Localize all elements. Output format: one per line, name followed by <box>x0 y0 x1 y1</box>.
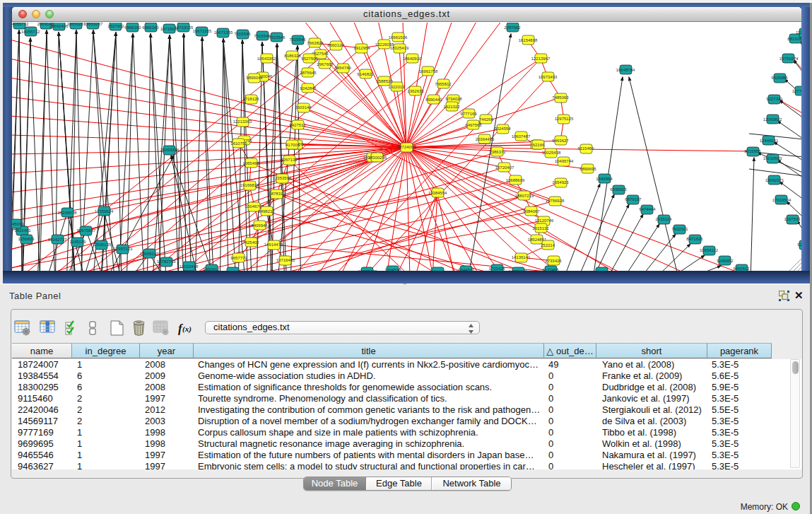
svg-text:3024554: 3024554 <box>494 127 511 131</box>
svg-text:16210663: 16210663 <box>763 156 782 160</box>
svg-text:10719155: 10719155 <box>175 25 194 30</box>
svg-text:8454749: 8454749 <box>334 66 351 70</box>
svg-text:26053346: 26053346 <box>160 148 180 152</box>
svg-text:7625402: 7625402 <box>242 240 259 245</box>
svg-text:8245031: 8245031 <box>12 222 24 226</box>
svg-text:1704533: 1704533 <box>384 268 401 271</box>
svg-text:10653267: 10653267 <box>84 23 103 26</box>
svg-text:12023448: 12023448 <box>180 264 199 269</box>
svg-text:3915401: 3915401 <box>14 228 31 233</box>
svg-text:9427512: 9427512 <box>289 123 306 127</box>
svg-text:14136141: 14136141 <box>509 269 528 271</box>
svg-text:17016504: 17016504 <box>772 198 792 202</box>
svg-text:20206578: 20206578 <box>58 211 77 215</box>
svg-text:7386372: 7386372 <box>489 150 506 154</box>
svg-text:15692371: 15692371 <box>765 178 784 182</box>
svg-text:14914479: 14914479 <box>264 243 283 247</box>
svg-text:16961506: 16961506 <box>389 35 408 40</box>
svg-text:13120746: 13120746 <box>535 218 554 223</box>
svg-text:1156829: 1156829 <box>18 237 35 241</box>
svg-text:9227341: 9227341 <box>766 97 783 101</box>
svg-text:12353594: 12353594 <box>273 176 292 180</box>
svg-text:8409948: 8409948 <box>251 223 268 228</box>
svg-text:18724007: 18724007 <box>397 145 416 149</box>
svg-text:8813054: 8813054 <box>787 37 801 41</box>
svg-text:10607487: 10607487 <box>512 134 531 139</box>
svg-text:1733426: 1733426 <box>488 267 505 271</box>
svg-text:16648784: 16648784 <box>616 68 635 72</box>
svg-text:19166827: 19166827 <box>240 183 259 187</box>
svg-text:9450612: 9450612 <box>733 267 750 271</box>
svg-text:7515546: 7515546 <box>234 32 251 36</box>
svg-text:1362635: 1362635 <box>407 89 424 93</box>
svg-text:9245012: 9245012 <box>797 243 801 247</box>
svg-text:7515546: 7515546 <box>289 37 306 42</box>
svg-text:10025438: 10025438 <box>542 151 561 155</box>
svg-text:12444151: 12444151 <box>760 139 779 143</box>
svg-text:1654923: 1654923 <box>552 180 569 185</box>
svg-text:12213363: 12213363 <box>233 119 252 124</box>
svg-text:8471626: 8471626 <box>686 237 703 241</box>
svg-text:18300295: 18300295 <box>368 156 387 160</box>
svg-text:5878312: 5878312 <box>269 192 286 196</box>
svg-text:1733426: 1733426 <box>545 259 562 263</box>
svg-text:62166: 62166 <box>533 143 545 147</box>
svg-text:20691406: 20691406 <box>49 24 69 28</box>
svg-text:20364436: 20364436 <box>476 137 495 141</box>
svg-text:1588520: 1588520 <box>376 79 393 83</box>
svg-text:11216906: 11216906 <box>796 30 801 35</box>
svg-text:17957223: 17957223 <box>114 247 133 251</box>
svg-text:8186328: 8186328 <box>284 54 301 58</box>
svg-text:1145139: 1145139 <box>70 240 87 244</box>
svg-text:9777169: 9777169 <box>460 112 477 116</box>
svg-text:6966160: 6966160 <box>142 25 159 30</box>
svg-text:9734028: 9734028 <box>445 97 462 101</box>
svg-text:16154808: 16154808 <box>519 38 538 42</box>
svg-text:6938923: 6938923 <box>610 187 627 192</box>
svg-text:12975125: 12975125 <box>555 117 574 121</box>
svg-text:9146821: 9146821 <box>357 72 374 76</box>
svg-text:(x): (x) <box>182 325 192 334</box>
svg-text:1322013: 1322013 <box>388 85 405 89</box>
svg-text:1621022: 1621022 <box>443 105 460 109</box>
svg-text:9474444: 9474444 <box>639 207 656 211</box>
svg-text:10543362: 10543362 <box>257 57 276 61</box>
svg-text:2967608: 2967608 <box>317 62 334 66</box>
svg-text:10958107: 10958107 <box>140 252 159 256</box>
svg-text:9463627: 9463627 <box>552 139 569 143</box>
svg-text:9529986: 9529986 <box>771 76 788 80</box>
svg-text:10654112: 10654112 <box>700 248 719 252</box>
svg-text:10688609: 10688609 <box>506 178 525 182</box>
svg-text:12505135: 12505135 <box>93 243 112 247</box>
svg-text:2087662: 2087662 <box>504 25 521 30</box>
svg-text:9498212: 9498212 <box>258 209 275 214</box>
svg-text:12774041: 12774041 <box>792 89 801 93</box>
svg-text:1065498: 1065498 <box>242 161 259 165</box>
svg-text:252214: 252214 <box>541 243 555 247</box>
svg-text:7663822: 7663822 <box>307 41 324 45</box>
svg-text:14055712: 14055712 <box>12 23 29 26</box>
svg-text:9899043: 9899043 <box>246 76 263 80</box>
svg-text:9242845: 9242845 <box>300 86 317 90</box>
svg-text:14136141: 14136141 <box>512 255 531 259</box>
svg-text:16961758: 16961758 <box>419 69 438 74</box>
svg-text:1167533: 1167533 <box>784 217 801 221</box>
svg-text:1610755: 1610755 <box>230 141 247 146</box>
svg-text:8660124: 8660124 <box>327 43 344 47</box>
svg-text:6966160: 6966160 <box>124 25 141 30</box>
svg-text:15720407: 15720407 <box>495 165 514 170</box>
svg-text:746266: 746266 <box>479 117 494 122</box>
svg-text:90975887: 90975887 <box>77 228 96 233</box>
svg-text:417006: 417006 <box>286 143 300 147</box>
svg-text:7632621: 7632621 <box>671 227 688 231</box>
svg-text:18807219: 18807219 <box>515 194 534 198</box>
svg-text:7515546: 7515546 <box>269 35 286 40</box>
svg-text:9657771: 9657771 <box>230 256 247 260</box>
svg-text:9084067: 9084067 <box>523 209 540 214</box>
svg-text:5267130: 5267130 <box>281 158 298 162</box>
svg-text:9245652: 9245652 <box>717 259 734 263</box>
svg-text:19756928: 19756928 <box>546 199 565 203</box>
svg-text:3912954: 3912954 <box>353 46 370 50</box>
svg-text:14055712: 14055712 <box>21 30 40 34</box>
svg-text:17359924: 17359924 <box>95 209 114 214</box>
